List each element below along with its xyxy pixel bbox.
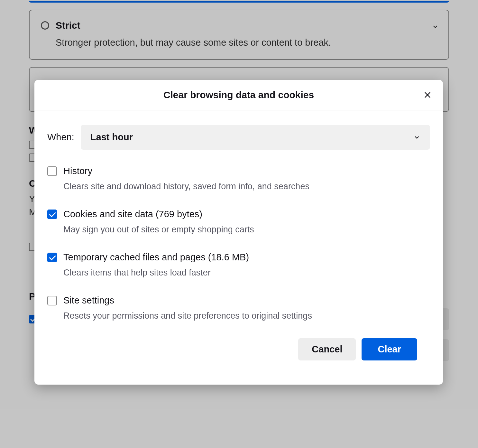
item-title: Temporary cached files and pages (18.6 M… — [63, 252, 249, 263]
clear-data-dialog: Clear browsing data and cookies When: La… — [34, 80, 443, 385]
site-settings-checkbox[interactable] — [47, 296, 57, 305]
clear-item-site-settings: Site settings Resets your permissions an… — [47, 295, 430, 321]
item-description: Clears site and download history, saved … — [63, 182, 309, 191]
clear-item-cache: Temporary cached files and pages (18.6 M… — [47, 252, 430, 278]
clear-button[interactable]: Clear — [362, 338, 417, 360]
cookies-checkbox[interactable] — [47, 210, 57, 219]
dialog-footer: Cancel Clear — [47, 338, 430, 373]
dialog-header: Clear browsing data and cookies — [34, 80, 443, 110]
clear-item-history: History Clears site and download history… — [47, 166, 430, 191]
cache-checkbox[interactable] — [47, 253, 57, 262]
time-range-row: When: Last hour — [47, 125, 430, 150]
cancel-button[interactable]: Cancel — [298, 338, 356, 360]
close-icon — [423, 90, 432, 99]
clear-item-cookies: Cookies and site data (769 bytes) May si… — [47, 209, 430, 235]
close-button[interactable] — [422, 89, 433, 101]
item-description: Resets your permissions and site prefere… — [63, 311, 312, 321]
chevron-down-icon — [413, 134, 420, 141]
dialog-title: Clear browsing data and cookies — [47, 89, 430, 100]
item-title: Site settings — [63, 295, 312, 306]
item-title: Cookies and site data (769 bytes) — [63, 209, 254, 219]
item-description: Clears items that help sites load faster — [63, 268, 249, 278]
item-description: May sign you out of sites or empty shopp… — [63, 225, 254, 235]
when-label: When: — [47, 132, 74, 143]
time-range-selected: Last hour — [90, 132, 133, 143]
item-title: History — [63, 166, 309, 176]
time-range-select[interactable]: Last hour — [81, 125, 430, 150]
history-checkbox[interactable] — [47, 166, 57, 176]
